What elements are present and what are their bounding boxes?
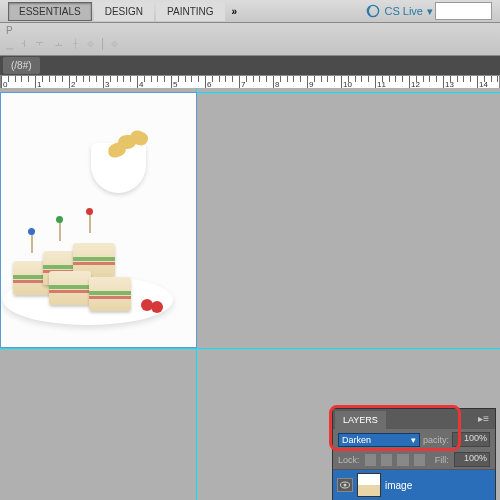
stick-shape: [59, 221, 61, 241]
layer-thumbnail[interactable]: [357, 473, 381, 497]
lock-transparency-icon[interactable]: [365, 454, 376, 466]
stick-shape: [31, 233, 33, 253]
panel-tabs: LAYERS ▸≡: [333, 409, 495, 429]
layer-name[interactable]: image: [385, 480, 491, 491]
layers-panel: LAYERS ▸≡ Darken ▾ pacity: 100% Lock: Fi…: [332, 408, 496, 500]
layer-row[interactable]: image: [333, 470, 495, 500]
options-disabled-icons: ⎯ ⫞ ⫟ ⫠ ⟊ ⟐ | ⟐: [6, 36, 120, 50]
workspace-painting[interactable]: PAINTING: [156, 2, 224, 21]
blend-mode-value: Darken: [342, 435, 371, 445]
guide-horizontal[interactable]: [0, 348, 500, 349]
document-tab-bar: (/8#): [0, 56, 500, 75]
workspace-more-chevron[interactable]: »: [227, 4, 243, 19]
cslive-label: CS Live: [384, 5, 423, 17]
cslive-dropdown-icon: ▾: [427, 5, 433, 18]
fill-label: Fill:: [435, 455, 449, 465]
cslive-button[interactable]: CS Live ▾: [366, 4, 433, 18]
decoration-shape: [56, 216, 63, 223]
lock-position-icon[interactable]: [397, 454, 408, 466]
dropdown-icon: ▾: [411, 435, 416, 445]
workspace-essentials[interactable]: ESSENTIALS: [8, 2, 92, 21]
lock-all-icon[interactable]: [414, 454, 425, 466]
lock-label: Lock:: [338, 455, 360, 465]
search-input[interactable]: [435, 2, 492, 20]
options-bar: P ⎯ ⫞ ⫟ ⫠ ⟊ ⟐ | ⟐: [0, 23, 500, 56]
options-char: P: [6, 25, 13, 36]
decoration-shape: [28, 228, 35, 235]
visibility-toggle[interactable]: [337, 478, 353, 492]
canvas-artboard[interactable]: [0, 92, 197, 348]
layers-tab[interactable]: LAYERS: [335, 411, 386, 429]
canvas-area[interactable]: LAYERS ▸≡ Darken ▾ pacity: 100% Lock: Fi…: [0, 88, 500, 500]
document-tab[interactable]: (/8#): [3, 57, 40, 74]
decoration-shape: [86, 208, 93, 215]
cslive-icon: [366, 4, 380, 18]
lock-fill-row: Lock: Fill: 100%: [333, 450, 495, 470]
workspace-design[interactable]: DESIGN: [94, 2, 154, 21]
image-content: [1, 103, 176, 333]
fill-input[interactable]: 100%: [454, 452, 490, 467]
blend-opacity-row: Darken ▾ pacity: 100%: [333, 429, 495, 450]
cherry-shape: [151, 301, 163, 313]
stick-shape: [89, 213, 91, 233]
sandwich-shape: [49, 271, 91, 305]
eye-icon: [340, 481, 350, 489]
svg-point-2: [344, 484, 347, 487]
blend-mode-select[interactable]: Darken ▾: [338, 433, 420, 447]
panel-menu-icon[interactable]: ▸≡: [474, 411, 493, 429]
app-menubar: ESSENTIALS DESIGN PAINTING » CS Live ▾: [0, 0, 500, 23]
sandwich-shape: [89, 277, 131, 311]
lock-pixels-icon[interactable]: [381, 454, 392, 466]
opacity-label: pacity:: [423, 435, 449, 445]
opacity-input[interactable]: 100%: [452, 432, 490, 447]
